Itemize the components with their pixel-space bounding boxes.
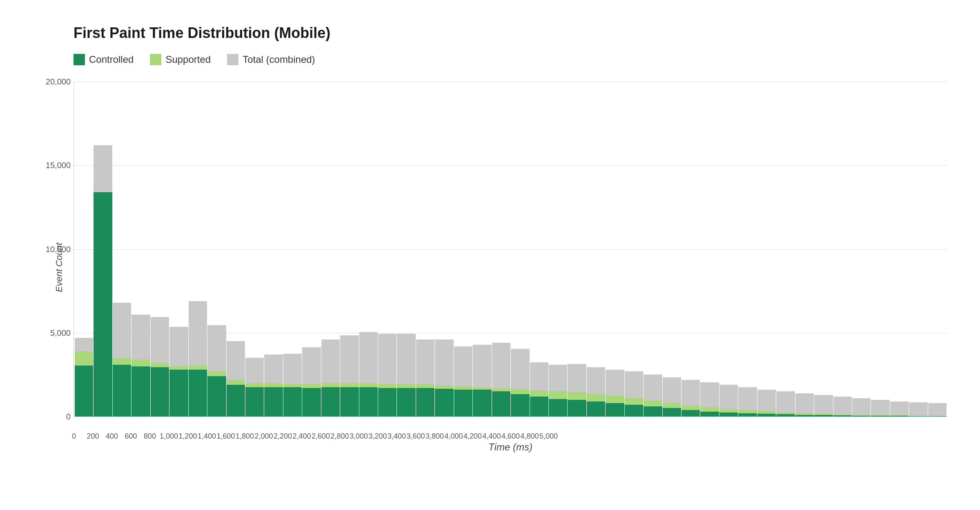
x-tick-label: 4,200 [463,432,482,441]
bar-controlled [321,387,340,417]
bar-controlled [378,388,396,417]
bar-controlled [264,387,283,417]
bar-group [189,82,207,417]
bar-group [113,82,131,417]
bar-group [795,82,814,417]
bar-controlled [492,391,510,417]
bar-controlled [909,416,927,417]
bar-group [321,82,340,417]
y-tick-label: 15,000 [38,161,71,170]
bar-group [644,82,662,417]
bar-group [435,82,453,417]
bar-group [871,82,889,417]
bar-controlled [776,414,795,417]
bar-group [568,82,586,417]
bar-group [738,82,757,417]
bar-controlled [131,366,150,417]
total-swatch [227,54,238,65]
bar-total [928,403,947,417]
bar-group [606,82,624,417]
x-tick-label: 0 [72,432,76,441]
bar-group [909,82,927,417]
bar-group [757,82,776,417]
bar-controlled [625,405,643,417]
bar-group [492,82,510,417]
bar-group [625,82,643,417]
legend-item-supported: Supported [150,54,211,65]
x-tick-label: 2,800 [330,432,349,441]
bar-controlled [283,387,302,417]
bar-group [283,82,302,417]
bar-group [454,82,472,417]
y-tick-label: 10,000 [38,244,71,254]
x-tick-label: 2,400 [292,432,311,441]
x-tick-label: 4,400 [482,432,501,441]
bar-controlled [871,416,889,417]
x-tick-label: 4,000 [444,432,463,441]
bar-controlled [587,401,605,417]
bar-controlled [814,415,833,417]
bar-controlled [473,390,491,417]
bar-controlled [227,385,245,417]
bar-group [227,82,245,417]
chart-legend: Controlled Supported Total (combined) [74,54,947,65]
x-tick-label: 3,000 [350,432,368,441]
chart-area: Event Count 02004006008001,0001,2001,400… [49,82,947,453]
bar-group [511,82,529,417]
bar-controlled [435,389,453,417]
bar-controlled [94,192,112,417]
bar-group [682,82,700,417]
legend-item-controlled: Controlled [74,54,134,65]
y-tick-label: 0 [38,412,71,421]
bar-controlled [833,415,852,417]
x-tick-label: 3,600 [406,432,425,441]
y-axis-label: Event Count [49,82,69,453]
x-tick-label: 2,000 [254,432,273,441]
bar-total [909,402,927,417]
bar-controlled [113,365,131,417]
bar-controlled [189,370,207,417]
bar-group [94,82,112,417]
bar-total [852,398,871,417]
bar-controlled [852,416,871,417]
x-tick-label: 400 [106,432,118,441]
x-tick-label: 1,800 [236,432,254,441]
bar-controlled [207,376,226,417]
bar-controlled [719,412,738,417]
x-tick-label: 5,000 [539,432,558,441]
bar-controlled [454,390,472,417]
bar-group [359,82,378,417]
legend-label-controlled: Controlled [89,54,134,65]
svg-rect-0 [74,54,85,65]
bar-group [416,82,434,417]
bar-group [833,82,852,417]
grid-line [74,417,947,417]
bar-controlled [511,394,529,417]
bar-group [473,82,491,417]
x-tick-label: 600 [125,432,137,441]
y-tick-label: 5,000 [38,328,71,337]
x-tick-label: 1,000 [160,432,178,441]
bar-controlled [416,388,434,417]
bar-group [549,82,567,417]
bar-group [264,82,283,417]
svg-rect-2 [227,54,238,65]
bar-controlled [928,416,947,417]
x-tick-label: 3,800 [425,432,444,441]
bar-total [833,397,852,417]
x-tick-label: 200 [87,432,99,441]
chart-inner: 02004006008001,0001,2001,4001,6001,8002,… [74,82,947,453]
bar-controlled [738,413,757,417]
bar-controlled [340,387,359,417]
x-axis-label: Time (ms) [74,441,947,453]
bar-group [245,82,264,417]
legend-label-total: Total (combined) [243,54,315,65]
bar-controlled [682,410,700,417]
bar-group [151,82,169,417]
bar-group [340,82,359,417]
controlled-swatch [74,54,85,65]
x-tick-label: 2,200 [274,432,292,441]
bar-group [890,82,909,417]
bar-group [397,82,415,417]
bar-controlled [606,403,624,417]
